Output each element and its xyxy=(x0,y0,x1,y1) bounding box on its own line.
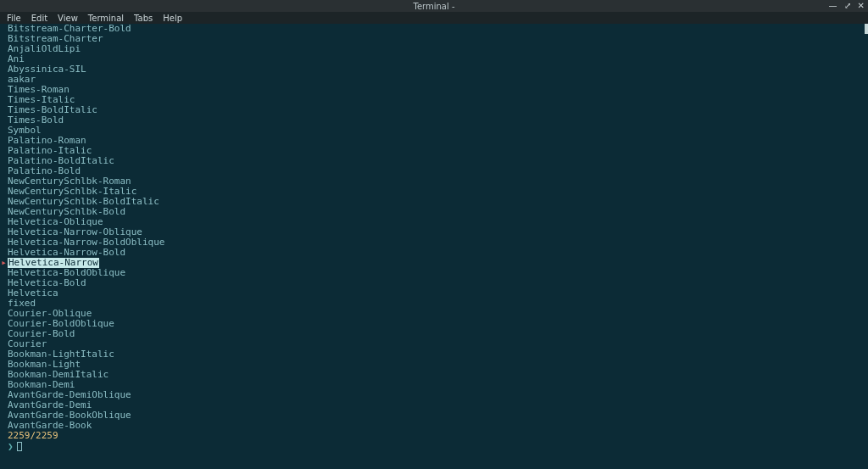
list-item: Courier-Bold xyxy=(0,329,868,339)
list-item: Courier-BoldOblique xyxy=(0,319,868,329)
list-item: Times-Italic xyxy=(0,95,868,105)
list-item: Palatino-Italic xyxy=(0,146,868,156)
menu-tabs[interactable]: Tabs xyxy=(129,14,158,23)
window-title: Terminal - xyxy=(413,2,454,11)
prompt-symbol: ❯ xyxy=(8,441,14,452)
list-item: AvantGarde-BookOblique xyxy=(0,410,868,421)
list-item: Ani xyxy=(0,54,868,64)
menu-bar: File Edit View Terminal Tabs Help xyxy=(0,12,868,24)
scrollbar-thumb[interactable] xyxy=(865,24,868,34)
selection-pointer-icon: ▸ xyxy=(0,258,8,268)
list-item: AvantGarde-DemiOblique xyxy=(0,390,868,400)
list-item: Times-Roman xyxy=(0,85,868,95)
list-item-selected: ▸ Helvetica-Narrow xyxy=(0,258,868,268)
list-item: Helvetica-Narrow-Bold xyxy=(0,248,868,258)
list-item: Palatino-Roman xyxy=(0,136,868,146)
list-item: Bookman-LightItalic xyxy=(0,349,868,360)
list-item: Times-BoldItalic xyxy=(0,105,868,115)
window-titlebar: Terminal - — ⤢ ✕ xyxy=(0,0,868,12)
list-item: AnjaliOldLipi xyxy=(0,44,868,54)
list-item: Bookman-Light xyxy=(0,360,868,370)
menu-terminal[interactable]: Terminal xyxy=(83,14,129,23)
list-item: Abyssinica-SIL xyxy=(0,64,868,75)
list-item: Helvetica-Narrow-BoldOblique xyxy=(0,237,868,248)
list-item: Helvetica-BoldOblique xyxy=(0,268,868,278)
list-item: Courier xyxy=(0,339,868,349)
list-item: fixed xyxy=(0,299,868,309)
terminal-area[interactable]: Bitstream-Charter-Bold Bitstream-Charter… xyxy=(0,24,868,469)
menu-help[interactable]: Help xyxy=(158,14,187,23)
list-item: Bookman-DemiItalic xyxy=(0,370,868,380)
list-item: AvantGarde-Book xyxy=(0,421,868,431)
list-item: aakar xyxy=(0,75,868,85)
list-item: Bitstream-Charter-Bold xyxy=(0,24,868,34)
list-item: NewCenturySchlbk-Bold xyxy=(0,207,868,217)
maximize-button[interactable]: ⤢ xyxy=(844,0,851,12)
menu-file[interactable]: File xyxy=(2,14,26,23)
menu-view[interactable]: View xyxy=(53,14,83,23)
list-item: Helvetica xyxy=(0,288,868,299)
list-item: Symbol xyxy=(0,126,868,136)
list-item: Bitstream-Charter xyxy=(0,34,868,44)
list-item: Times-Bold xyxy=(0,115,868,126)
result-counter: 2259/2259 xyxy=(0,431,868,441)
cursor xyxy=(17,442,22,451)
list-item: Helvetica-Bold xyxy=(0,278,868,288)
close-button[interactable]: ✕ xyxy=(858,0,865,12)
list-item: NewCenturySchlbk-BoldItalic xyxy=(0,197,868,207)
window-controls: — ⤢ ✕ xyxy=(829,0,865,12)
list-item: Courier-Oblique xyxy=(0,309,868,319)
minimize-button[interactable]: — xyxy=(829,0,837,12)
menu-edit[interactable]: Edit xyxy=(26,14,53,23)
prompt-line[interactable]: ❯ xyxy=(0,441,868,452)
list-item: Palatino-BoldItalic xyxy=(0,156,868,166)
